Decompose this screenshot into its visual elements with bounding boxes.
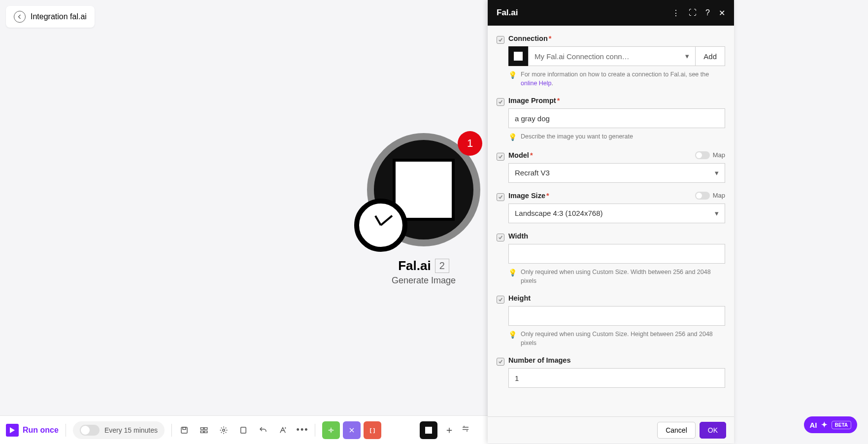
separator: [315, 424, 315, 437]
svg-point-6: [223, 429, 225, 431]
chevron-down-icon: ▾: [685, 52, 689, 61]
svg-rect-3: [204, 427, 207, 429]
connection-label: Connection: [508, 34, 548, 42]
lightbulb-icon: 💡: [508, 70, 517, 88]
node-circle: 1: [367, 133, 480, 246]
play-icon: [6, 424, 19, 437]
ok-button[interactable]: OK: [700, 422, 726, 439]
width-label: Width: [508, 232, 528, 240]
num-images-label: Number of Images: [508, 356, 571, 364]
field-checkbox-prompt[interactable]: [497, 98, 504, 106]
kebab-icon[interactable]: ⋮: [672, 8, 680, 18]
gear-icon[interactable]: [218, 425, 229, 436]
chevron-down-icon: ▾: [715, 209, 719, 218]
add-module-button[interactable]: ＋: [444, 423, 454, 437]
height-input[interactable]: [508, 306, 725, 326]
schedule-toggle[interactable]: Every 15 minutes: [73, 421, 165, 439]
width-hint: Only required when using Custom Size. Wi…: [521, 268, 725, 285]
field-checkbox-connection[interactable]: [497, 36, 504, 44]
lightbulb-icon: 💡: [508, 132, 517, 142]
num-images-input[interactable]: [508, 368, 725, 388]
node-title: Fal.ai: [398, 258, 431, 273]
model-select[interactable]: Recraft V3 ▾: [508, 163, 725, 183]
image-size-label: Image Size: [508, 192, 545, 200]
undo-icon[interactable]: [258, 425, 268, 436]
online-help-link[interactable]: online Help: [521, 80, 552, 87]
config-panel: Fal.ai ⋮ ⛶ ? ✕ Connection* My Fal.ai Con…: [488, 0, 734, 444]
module-library-button[interactable]: [420, 421, 437, 439]
add-connection-button[interactable]: Add: [696, 46, 725, 66]
toggle-switch-icon: [80, 425, 100, 436]
node-error-badge: 1: [458, 131, 482, 156]
image-size-select[interactable]: Landscape 4:3 (1024x768) ▾: [508, 204, 725, 223]
sparkle-icon: ✦: [821, 420, 828, 429]
field-checkbox-model[interactable]: [497, 153, 504, 161]
model-label: Model: [508, 151, 529, 159]
bottom-toolbar: Run once Every 15 minutes ••• [ ] ＋: [0, 415, 488, 444]
svg-point-8: [330, 429, 332, 431]
ai-assistant-button[interactable]: AI ✦ BETA: [804, 416, 857, 433]
field-checkbox-size[interactable]: [497, 193, 504, 201]
image-prompt-hint: Describe the image you want to generate: [521, 132, 633, 142]
workflow-node-falai[interactable]: 1 Fal.ai 2 Generate Image: [365, 133, 483, 286]
lightbulb-icon: 💡: [508, 330, 517, 347]
model-map-toggle[interactable]: Map: [695, 151, 725, 159]
auto-align-icon[interactable]: [277, 425, 288, 436]
more-icon[interactable]: •••: [297, 425, 308, 436]
svg-rect-2: [200, 427, 203, 429]
connection-logo-icon: [508, 46, 528, 66]
tool-red-button[interactable]: [ ]: [364, 421, 381, 439]
field-checkbox-width[interactable]: [497, 234, 504, 241]
lightbulb-icon: 💡: [508, 268, 517, 285]
cancel-button[interactable]: Cancel: [657, 422, 696, 439]
svg-rect-1: [183, 427, 186, 430]
save-icon[interactable]: [179, 425, 190, 436]
separator: [171, 424, 172, 437]
run-once-button[interactable]: Run once: [6, 424, 59, 437]
svg-rect-5: [204, 431, 207, 433]
panel-header: Fal.ai ⋮ ⛶ ? ✕: [488, 0, 734, 26]
image-prompt-input[interactable]: [508, 108, 725, 128]
clock-icon: [354, 199, 407, 252]
help-icon[interactable]: ?: [705, 8, 710, 18]
connection-hint: For more information on how to create a …: [521, 70, 725, 88]
breadcrumb[interactable]: Integration fal.ai: [6, 6, 95, 28]
svg-rect-4: [200, 431, 203, 433]
panel-title: Fal.ai: [497, 8, 518, 18]
breadcrumb-label: Integration fal.ai: [31, 12, 87, 21]
connection-select[interactable]: My Fal.ai Connection conn… ▾: [528, 46, 696, 66]
field-checkbox-numimages[interactable]: [497, 358, 504, 366]
separator: [66, 424, 66, 437]
chevron-down-icon: ▾: [715, 169, 719, 177]
height-label: Height: [508, 294, 531, 302]
tool-purple-button[interactable]: [343, 421, 361, 439]
note-icon[interactable]: [238, 425, 249, 436]
field-checkbox-height[interactable]: [497, 296, 504, 304]
expand-icon[interactable]: ⛶: [689, 8, 697, 18]
close-icon[interactable]: ✕: [719, 8, 725, 18]
svg-rect-0: [181, 427, 187, 433]
size-map-toggle[interactable]: Map: [695, 192, 725, 200]
beta-badge: BETA: [832, 421, 851, 429]
height-hint: Only required when using Custom Size. He…: [521, 330, 725, 347]
node-run-count: 2: [435, 259, 449, 273]
svg-rect-7: [241, 427, 246, 433]
back-arrow-icon: [14, 11, 26, 23]
toolbar-extra-icon[interactable]: [461, 424, 470, 436]
scenario-settings-icon[interactable]: [199, 425, 209, 436]
tool-green-button[interactable]: [322, 421, 340, 439]
width-input[interactable]: [508, 244, 725, 264]
node-subtitle: Generate Image: [365, 275, 483, 286]
panel-footer: Cancel OK: [488, 416, 734, 444]
image-prompt-label: Image Prompt: [508, 97, 556, 104]
